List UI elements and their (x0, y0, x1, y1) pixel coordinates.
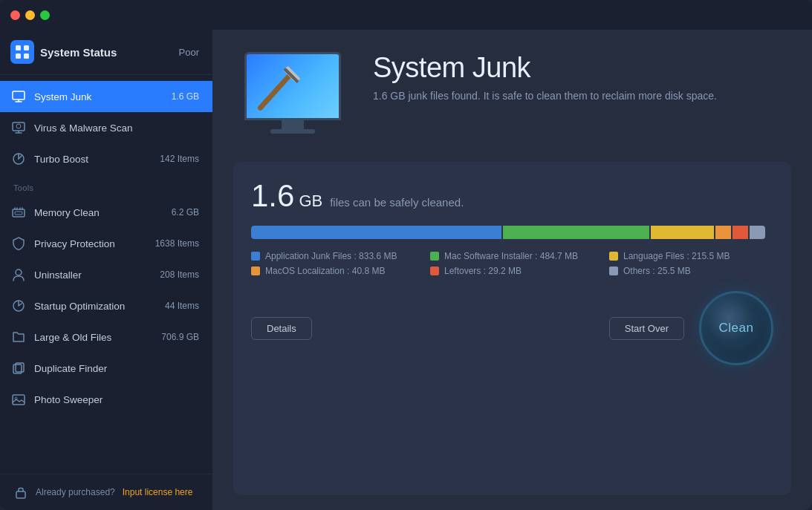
lock-icon (13, 485, 28, 500)
size-unit: GB (299, 192, 322, 211)
sidebar-header: System Status Poor (0, 30, 212, 75)
actions-row: Details Start Over Clean (251, 291, 773, 365)
logo-icon (15, 45, 30, 59)
svg-rect-0 (16, 45, 21, 50)
legend-label-leftovers: Leftovers : 29.2 MB (444, 266, 522, 276)
svg-rect-12 (13, 209, 25, 217)
svg-rect-1 (24, 45, 29, 50)
svg-rect-22 (13, 395, 25, 405)
clean-button[interactable]: Clean (699, 291, 773, 365)
sidebar-title: System Status (40, 46, 117, 59)
photo-sweeper-label: Photo Sweeper (34, 394, 192, 405)
svg-rect-3 (24, 53, 29, 59)
legend-label-language: Language Files : 215.5 MB (623, 251, 730, 261)
squeegee-illustration (250, 66, 302, 114)
main-inner: System Junk 1.6 GB junk files found. It … (212, 30, 812, 510)
sidebar-item-turbo-boost[interactable]: Turbo Boost 142 Items (0, 143, 212, 174)
footer-purchased-text: Already purchased? (36, 487, 115, 497)
sidebar: System Status Poor System Junk 1.6 GB (0, 0, 212, 510)
legend-label-app-junk: Application Junk Files : 833.6 MB (265, 251, 397, 261)
stats-card: 1.6 GB files can be safely cleaned. Appl… (233, 162, 791, 495)
hero-text: System Junk 1.6 GB junk files found. It … (373, 45, 717, 104)
close-button[interactable] (10, 10, 20, 20)
legend-item-app-junk: Application Junk Files : 833.6 MB (251, 251, 415, 261)
start-over-button[interactable]: Start Over (609, 317, 684, 340)
sidebar-item-virus-malware[interactable]: Virus & Malware Scan (0, 112, 212, 143)
uninstaller-icon (10, 267, 27, 283)
minimize-button[interactable] (25, 10, 35, 20)
progress-bar (251, 226, 773, 239)
virus-malware-icon (10, 120, 27, 136)
hero-subtitle: 1.6 GB junk files found. It is safe to c… (373, 88, 717, 104)
legend-item-others: Others : 25.5 MB (609, 266, 773, 276)
svg-point-18 (16, 269, 22, 275)
duplicate-finder-icon (10, 360, 27, 376)
size-description: files can be safely cleaned. (330, 196, 464, 209)
size-number: 1.6 (251, 178, 294, 214)
bar-segment-mac-software (503, 226, 649, 239)
memory-clean-icon (10, 204, 27, 220)
system-junk-icon (10, 88, 27, 105)
uninstaller-label: Uninstaller (34, 269, 152, 281)
system-status-badge: Poor (179, 47, 199, 58)
startup-optimization-icon (10, 298, 27, 314)
hero-image (233, 45, 352, 141)
bar-segment-leftovers (733, 226, 748, 239)
sidebar-footer: Already purchased? Input license here (0, 474, 212, 510)
details-button[interactable]: Details (251, 317, 312, 340)
legend-dot-language (609, 252, 618, 261)
system-junk-label: System Junk (34, 91, 164, 102)
hero-section: System Junk 1.6 GB junk files found. It … (233, 45, 791, 141)
legend-dot-leftovers (430, 267, 439, 275)
page-title: System Junk (373, 52, 717, 84)
bar-segment-localization (715, 226, 731, 239)
tools-section-label: Tools (0, 174, 212, 197)
legend-label-mac-software: Mac Software Installer : 484.7 MB (444, 251, 578, 261)
monitor-stand (282, 120, 304, 129)
svg-rect-4 (13, 91, 25, 99)
stats-size-display: 1.6 GB files can be safely cleaned. (251, 178, 773, 214)
legend-item-mac-software: Mac Software Installer : 484.7 MB (430, 251, 594, 261)
startup-optimization-label: Startup Optimization (34, 301, 157, 312)
privacy-protection-icon (10, 235, 27, 252)
privacy-protection-label: Privacy Protection (34, 238, 148, 249)
bar-segment-others (750, 226, 765, 239)
duplicate-finder-label: Duplicate Finder (34, 363, 192, 374)
svg-point-10 (16, 124, 21, 128)
privacy-protection-badge: 1638 Items (155, 238, 199, 249)
sidebar-item-duplicate-finder[interactable]: Duplicate Finder (0, 353, 212, 384)
memory-clean-label: Memory Clean (34, 207, 164, 218)
system-junk-badge: 1.6 GB (172, 91, 199, 102)
main-content: System Junk 1.6 GB junk files found. It … (212, 0, 812, 510)
large-old-files-badge: 706.9 GB (161, 332, 199, 342)
turbo-boost-badge: 142 Items (160, 154, 199, 164)
sidebar-item-uninstaller[interactable]: Uninstaller 208 Items (0, 259, 212, 290)
uninstaller-badge: 208 Items (160, 269, 199, 280)
input-license-link[interactable]: Input license here (123, 487, 193, 497)
sidebar-item-privacy-protection[interactable]: Privacy Protection 1638 Items (0, 228, 212, 259)
startup-optimization-badge: 44 Items (165, 301, 199, 311)
legend: Application Junk Files : 833.6 MB Mac So… (251, 251, 773, 276)
sidebar-header-left: System Status (10, 40, 117, 64)
legend-item-leftovers: Leftovers : 29.2 MB (430, 266, 594, 276)
sidebar-item-memory-clean[interactable]: Memory Clean 6.2 GB (0, 197, 212, 228)
legend-item-language: Language Files : 215.5 MB (609, 251, 773, 261)
window-chrome (0, 0, 812, 30)
sidebar-item-photo-sweeper[interactable]: Photo Sweeper (0, 384, 212, 415)
maximize-button[interactable] (40, 10, 50, 20)
svg-line-25 (260, 76, 289, 108)
memory-clean-badge: 6.2 GB (172, 207, 199, 218)
monitor-base (270, 129, 315, 134)
large-old-files-icon (10, 329, 27, 345)
svg-rect-24 (16, 491, 25, 498)
legend-label-others: Others : 25.5 MB (623, 266, 691, 276)
large-old-files-label: Large & Old Files (34, 332, 154, 343)
legend-label-localization: MacOS Localization : 40.8 MB (265, 266, 385, 276)
sidebar-item-startup-optimization[interactable]: Startup Optimization 44 Items (0, 290, 212, 321)
svg-rect-2 (16, 53, 21, 59)
legend-dot-mac-software (430, 252, 439, 261)
sidebar-item-large-old-files[interactable]: Large & Old Files 706.9 GB (0, 321, 212, 353)
sidebar-item-system-junk[interactable]: System Junk 1.6 GB (0, 81, 212, 112)
app-logo (10, 40, 34, 64)
svg-rect-17 (15, 212, 22, 215)
